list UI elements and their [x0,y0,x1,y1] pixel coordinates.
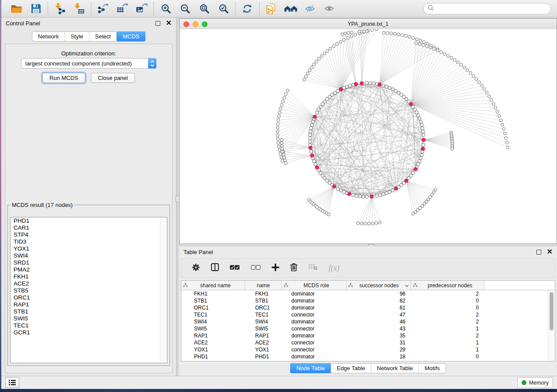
table-row[interactable]: ORC1ORC1dominator610 [181,304,555,311]
network-node[interactable] [309,130,312,133]
network-node[interactable] [412,37,415,40]
network-node[interactable] [308,133,312,137]
network-node[interactable] [344,32,347,35]
network-node[interactable] [420,123,423,127]
column-header-name[interactable]: name [245,281,282,290]
network-node[interactable] [457,61,460,64]
network-node[interactable] [341,33,344,36]
network-node[interactable] [432,48,436,51]
table-scrollbar-thumb[interactable] [550,292,554,330]
network-node[interactable] [280,147,284,150]
table-row[interactable]: YOX1YOX1connector291 [181,346,555,353]
mcds-result-item[interactable]: YOX1 [10,245,167,252]
network-node[interactable] [358,195,362,198]
optimization-criterion-dropdown[interactable]: largest connected component (undirected) [21,58,156,69]
column-header-successor-nodes[interactable]: successor nodes [346,281,411,290]
network-node[interactable] [422,133,425,137]
network-node[interactable] [280,103,283,107]
network-node[interactable] [304,75,308,78]
save-icon[interactable] [29,2,43,15]
network-node[interactable] [494,107,497,110]
tab-network-table[interactable]: Network Table [371,364,419,373]
network-node[interactable] [342,190,346,194]
network-node[interactable] [279,107,282,110]
mcds-result-item[interactable]: STB1 [10,308,167,315]
network-node[interactable] [352,193,355,197]
network-node[interactable] [443,52,446,55]
close-panel-icon[interactable]: ✕ [547,248,553,255]
mcds-hub-node[interactable] [310,154,314,157]
network-node[interactable] [276,126,279,129]
search-box[interactable] [423,3,551,14]
network-node[interactable] [336,187,340,191]
network-node[interactable] [504,132,507,135]
mcds-result-item[interactable]: ORC1 [10,294,167,301]
network-node[interactable] [391,88,394,91]
network-node[interactable] [323,52,326,55]
network-node[interactable] [390,32,393,35]
network-node[interactable] [284,162,287,165]
network-window-titlebar[interactable]: YPA_prune.txt_1 [180,19,557,30]
network-node[interactable] [382,31,385,34]
select-all-icon[interactable] [230,264,240,272]
network-node[interactable] [347,31,350,34]
network-node[interactable] [490,99,493,102]
network-node[interactable] [354,33,357,36]
export-network-icon[interactable] [96,2,110,15]
mcds-hub-node[interactable] [414,167,417,171]
network-node[interactable] [401,34,404,37]
mcds-hub-node[interactable] [332,185,336,188]
network-node[interactable] [463,66,466,69]
table-row[interactable]: STB1STB1dominator620 [181,297,555,304]
close-panel-icon[interactable]: ✕ [166,20,172,27]
network-node[interactable] [506,146,509,149]
network-node[interactable] [388,86,391,90]
settings-gear-icon[interactable] [192,263,200,273]
network-node[interactable] [466,69,469,72]
network-node[interactable] [418,117,421,120]
network-node[interactable] [415,38,419,41]
network-node[interactable] [391,189,394,192]
table-row[interactable]: SWI4SWI4dominator462 [181,318,555,325]
network-node[interactable] [416,114,420,117]
network-node[interactable] [278,111,281,114]
tab-style[interactable]: Style [65,32,89,41]
hide-selected-icon[interactable] [303,2,317,15]
network-node[interactable] [365,195,369,199]
network-node[interactable] [375,194,379,198]
mcds-result-item[interactable]: TID3 [10,238,167,245]
network-node[interactable] [336,89,340,93]
network-node[interactable] [469,72,472,75]
network-node[interactable] [343,38,346,41]
network-node[interactable] [422,41,426,44]
network-node[interactable] [310,66,313,69]
network-node[interactable] [419,120,422,124]
network-node[interactable] [311,120,315,124]
network-node[interactable] [472,75,475,78]
network-node[interactable] [501,123,504,126]
run-mcds-button[interactable]: Run MCDS [42,73,85,83]
mcds-hub-node[interactable] [378,83,381,86]
network-node[interactable] [421,127,424,130]
import-table-icon[interactable] [72,2,86,15]
network-node[interactable] [488,95,491,98]
network-node[interactable] [312,63,315,66]
network-node[interactable] [371,222,374,225]
network-node[interactable] [372,82,375,85]
network-node[interactable] [303,78,306,81]
network-node[interactable] [277,141,280,144]
network-node[interactable] [450,56,453,59]
network-node[interactable] [375,222,378,225]
deselect-all-icon[interactable] [251,264,261,272]
mcds-list-scrollbar[interactable] [160,218,166,362]
mcds-result-item[interactable]: TEC1 [10,322,167,329]
delete-row-icon[interactable] [290,263,298,273]
network-node[interactable] [415,42,418,45]
mcds-hub-node[interactable] [394,187,398,190]
mcds-result-item[interactable]: RAP1 [10,301,167,308]
mcds-result-item[interactable]: PHD1 [10,217,167,224]
network-node[interactable] [483,88,486,91]
network-node[interactable] [499,119,502,122]
network-node[interactable] [281,150,284,153]
network-node[interactable] [284,159,287,162]
